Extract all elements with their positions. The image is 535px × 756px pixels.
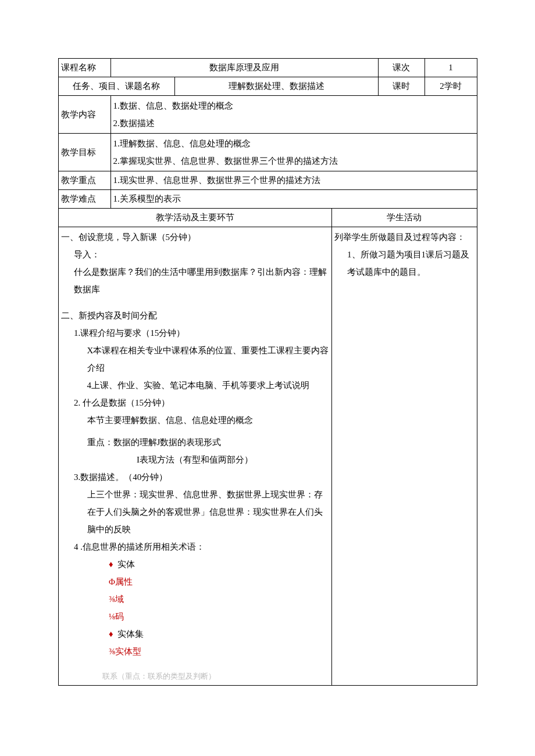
content-line-1: 1.数据、信息、数据处理的概念	[113, 97, 475, 114]
bullet-entity-set-text: 实体集	[117, 629, 144, 639]
course-name-label: 课程名称	[58, 59, 110, 77]
section-1-intro-text: 什么是数据库？我们的生活中哪里用到数据库？引出新内容：理解数据库	[61, 263, 329, 298]
teaching-content-value: 1.数据、信息、数据处理的概念 2.数据描述	[110, 96, 477, 134]
goal-line-1: 1.理解数据、信息、信息处理的概念	[113, 135, 475, 152]
teaching-activity-header: 教学活动及主要环节	[58, 209, 331, 227]
section-2-1-line-1: X本课程在相关专业中课程体系的位置、重要性工课程主要内容介绍	[61, 342, 329, 377]
section-2-2-line-1: 本节主要理解数据、信息、信息处理的概念	[61, 411, 329, 429]
bullet-attribute: Φ属性	[61, 573, 329, 590]
bullet-domain: ⅜域	[61, 590, 329, 608]
bullet-entity-set: ♦实体集	[61, 625, 329, 643]
section-2-3-title: 3.数据描述。（40分钟）	[61, 468, 329, 486]
section-1-intro-label: 导入：	[61, 246, 329, 263]
difficulty-value: 1.关系模型的表示	[110, 190, 477, 209]
diamond-icon: ♦	[109, 629, 113, 639]
keypoint-label: 教学重点	[58, 171, 110, 190]
cutoff-line: 联系（重点：联系的类型及判断）	[61, 669, 329, 684]
section-2-1-title: 1.课程介绍与要求（15分钟）	[61, 324, 329, 342]
section-2-2-title: 2. 什么是数据（15分钟）	[61, 394, 329, 411]
content-line-2: 2.数据描述	[113, 114, 475, 132]
teaching-goal-label: 教学目标	[58, 134, 110, 171]
course-name-value: 数据库原理及应用	[110, 59, 378, 77]
bullet-entity-type: ⅜实体型	[61, 643, 329, 660]
bullet-entity: ♦实体	[61, 556, 329, 573]
section-1-title: 一、创设意境，导入新课（5分钟）	[61, 228, 329, 246]
goal-line-2: 2.掌握现实世界、信息世界、数据世界三个世界的描述方法	[113, 152, 475, 170]
section-2-2-line-3: I表现方法（有型和值两部分）	[61, 451, 329, 468]
section-2-title: 二、新授内容及时间分配	[61, 307, 329, 324]
student-activity-header: 学生活动	[331, 209, 477, 227]
session-count-value: 1	[425, 59, 477, 77]
period-label: 课时	[378, 77, 425, 96]
section-2-3-line-1: 上三个世界：现实世界、信息世界、数据世界上现实世界：存在于人们头脑之外的客观世界…	[61, 486, 329, 538]
period-value: 2学时	[425, 77, 477, 96]
difficulty-label: 教学难点	[58, 190, 110, 209]
task-value: 理解数据处理、数据描述	[174, 77, 378, 96]
teaching-goal-value: 1.理解数据、信息、信息处理的概念 2.掌握现实世界、信息世界、数据世界三个世界…	[110, 134, 477, 171]
teaching-activity-body: 一、创设意境，导入新课（5分钟） 导入： 什么是数据库？我们的生活中哪里用到数据…	[58, 227, 331, 686]
teaching-content-label: 教学内容	[58, 96, 110, 134]
lesson-plan-table: 课程名称 数据库原理及应用 课次 1 任务、项目、课题名称 理解数据处理、数据描…	[58, 58, 477, 686]
bullet-key: ⅛码	[61, 608, 329, 625]
diamond-icon: ♦	[109, 559, 113, 569]
student-activity-body: 列举学生所做题目及过程等内容： 1、所做习题为项目1课后习题及考试题库中的题目。	[331, 227, 477, 686]
student-line-1: 列举学生所做题目及过程等内容：	[334, 228, 475, 246]
task-label: 任务、项目、课题名称	[58, 77, 174, 96]
section-2-4-title: 4 .信息世界的描述所用相关术语：	[61, 538, 329, 556]
keypoint-value: 1.现实世界、信息世界、数据世界三个世界的描述方法	[110, 171, 477, 190]
section-2-1-line-2: 4上课、作业、实验、笔记本电脑、手机等要求上考试说明	[61, 377, 329, 394]
section-2-2-line-2: 重点：数据的理解J数据的表现形式	[61, 433, 329, 451]
student-line-2: 1、所做习题为项目1课后习题及考试题库中的题目。	[334, 246, 475, 281]
bullet-entity-text: 实体	[117, 560, 135, 569]
session-count-label: 课次	[378, 59, 425, 77]
